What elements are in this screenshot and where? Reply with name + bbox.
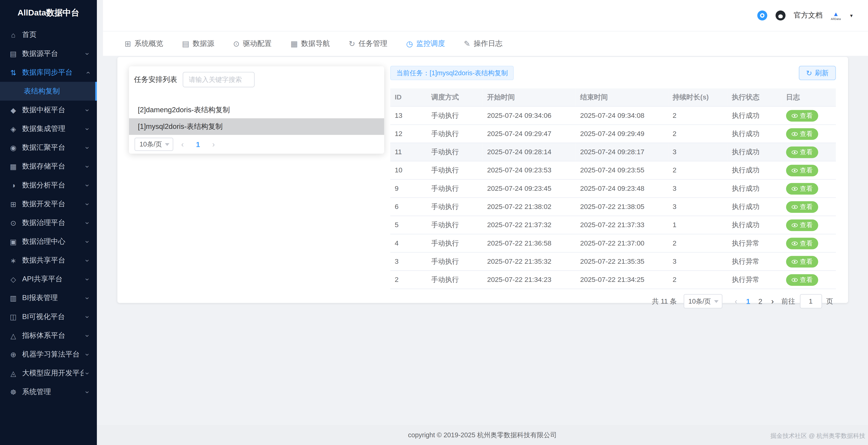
sidebar-item[interactable]: ◬ 大模型应用开发平台 (0, 364, 97, 382)
chevron-down-icon (84, 332, 91, 340)
sidebar-item-label: 数据治理平台 (22, 218, 84, 228)
task-list-item[interactable]: [1]mysql2doris-表结构复制 (129, 118, 384, 135)
table-row[interactable]: 6 手动执行 2025-07-22 21:38:02 2025-07-22 21… (390, 198, 836, 216)
cell-end-time: 2025-07-22 21:35:35 (576, 252, 668, 271)
table-row[interactable]: 12 手动执行 2025-07-24 09:29:47 2025-07-24 0… (390, 125, 836, 143)
table-row[interactable]: 5 手动执行 2025-07-22 21:37:32 2025-07-22 21… (390, 216, 836, 234)
sidebar-group: ◇ API共享平台 (0, 270, 97, 288)
tab[interactable]: ↻ 任务管理 (349, 39, 387, 48)
chevron-down-icon (84, 219, 91, 227)
table-row[interactable]: 10 手动执行 2025-07-24 09:23:53 2025-07-24 0… (390, 161, 836, 179)
sidebar-item[interactable]: △ 指标体系平台 (0, 326, 97, 345)
sidebar-item-label: 机器学习算法平台 (22, 349, 84, 359)
user-dropdown-caret-icon[interactable] (849, 13, 854, 18)
next-page-button[interactable] (767, 297, 779, 306)
sidebar-item[interactable]: ▥ BI报表管理 (0, 288, 97, 307)
page-number[interactable]: 1 (192, 140, 204, 148)
tab[interactable]: ▤ 数据源 (182, 39, 214, 48)
view-log-button[interactable]: 查看 (786, 110, 818, 121)
sidebar-item[interactable]: ▤ 数据源平台 (0, 44, 97, 63)
cell-log: 查看 (782, 161, 836, 179)
refresh-button[interactable]: 刷新 (799, 66, 836, 80)
tab[interactable]: ⊙ 驱动配置 (233, 39, 272, 48)
table-row[interactable]: 9 手动执行 2025-07-24 09:23:45 2025-07-24 09… (390, 179, 836, 198)
sidebar-item[interactable]: ◆ 数据中枢平台 (0, 101, 97, 119)
cell-duration: 1 (668, 216, 727, 234)
sidebar-group: ⊙ 数据治理平台 (0, 213, 97, 232)
view-log-button[interactable]: 查看 (786, 255, 818, 267)
view-log-button[interactable]: 查看 (786, 201, 818, 213)
tab-label: 数据源 (193, 39, 214, 48)
table-row[interactable]: 3 手动执行 2025-07-22 21:35:32 2025-07-22 21… (390, 252, 836, 271)
sidebar-group: ▥ BI报表管理 (0, 288, 97, 307)
table-row[interactable]: 2 手动执行 2025-07-22 21:34:23 2025-07-22 21… (390, 271, 836, 289)
official-docs-link[interactable]: 官方文档 (794, 10, 823, 20)
view-log-label: 查看 (800, 275, 813, 284)
view-log-button[interactable]: 查看 (786, 146, 818, 158)
task-list-item[interactable]: [2]dameng2doris-表结构复制 (129, 102, 384, 118)
view-log-button[interactable]: 查看 (786, 183, 818, 194)
sidebar-item[interactable]: ⊞ 数据开发平台 (0, 195, 97, 213)
sidebar-item[interactable]: ∗ 数据共享平台 (0, 251, 97, 270)
view-log-button[interactable]: 查看 (786, 274, 818, 285)
cell-end-time: 2025-07-24 09:28:17 (576, 143, 668, 161)
sidebar-item[interactable]: ⇅ 数据库同步平台 (0, 63, 97, 82)
refresh-button-label: 刷新 (815, 68, 829, 78)
prev-page-button[interactable] (730, 297, 742, 306)
sidebar-item[interactable]: ◉ 数据汇聚平台 (0, 138, 97, 157)
tab[interactable]: ▦ 数据导航 (290, 39, 330, 48)
cell-start-time: 2025-07-22 21:38:02 (483, 198, 576, 216)
table-row[interactable]: 13 手动执行 2025-07-24 09:34:06 2025-07-24 0… (390, 106, 836, 125)
table-row[interactable]: 11 手动执行 2025-07-24 09:28:14 2025-07-24 0… (390, 143, 836, 161)
sidebar-item-label: 大模型应用开发平台 (22, 368, 84, 378)
sidebar-item[interactable]: ◑ 数据分析平台 (0, 176, 97, 195)
next-page-button[interactable] (208, 140, 220, 149)
sidebar-item[interactable]: ⊙ 数据治理平台 (0, 213, 97, 232)
table-column-header: ID (390, 89, 427, 106)
page-size-select[interactable]: 10条/页 (683, 294, 722, 308)
tab[interactable]: ◷ 监控调度 (406, 39, 445, 48)
sidebar-group: ◬ 大模型应用开发平台 (0, 364, 97, 382)
task-search-input[interactable] (183, 72, 255, 87)
main-card: 任务安排列表 [2]dameng2doris-表结构复制 [1]mysql2do… (117, 57, 848, 303)
sidebar-item[interactable]: ◈ 数据集成管理 (0, 119, 97, 138)
sidebar-menu: ⌂ 首页 ▤ 数据源平台 (0, 25, 97, 401)
chevron-down-icon (84, 294, 91, 302)
eye-icon (792, 168, 798, 172)
sidebar-item[interactable]: ⊕ 机器学习算法平台 (0, 345, 97, 364)
page-size-select[interactable]: 10条/页 (134, 138, 173, 151)
tab[interactable]: ✎ 操作日志 (464, 39, 502, 48)
tab-label: 数据导航 (301, 39, 330, 48)
page-number[interactable]: 1 (742, 297, 754, 306)
view-log-label: 查看 (800, 166, 813, 174)
sidebar-item[interactable]: ◫ BI可视化平台 (0, 307, 97, 326)
sidebar-subitem-label: 表结构复制 (24, 87, 60, 95)
cell-id: 10 (390, 161, 427, 179)
table-row[interactable]: 4 手动执行 2025-07-22 21:36:58 2025-07-22 21… (390, 234, 836, 252)
view-log-button[interactable]: 查看 (786, 165, 818, 176)
alldata-logo[interactable]: AllData (831, 11, 841, 20)
github-icon[interactable] (775, 10, 785, 20)
cell-status: 执行成功 (727, 216, 782, 234)
goto-page-input[interactable] (800, 294, 822, 308)
sidebar-item[interactable]: ◇ API共享平台 (0, 270, 97, 288)
cell-status: 执行成功 (727, 125, 782, 143)
cell-status: 执行异常 (727, 271, 782, 289)
community-logo-icon[interactable] (757, 10, 767, 20)
view-log-button[interactable]: 查看 (786, 219, 818, 231)
cell-log: 查看 (782, 143, 836, 161)
cell-id: 4 (390, 234, 427, 252)
sidebar-item[interactable]: ▦ 数据存储平台 (0, 157, 97, 176)
sidebar-item[interactable]: ▣ 数据治理中心 (0, 232, 97, 251)
view-log-button[interactable]: 查看 (786, 237, 818, 249)
cell-start-time: 2025-07-24 09:29:47 (483, 125, 576, 143)
sidebar-item[interactable]: ☸ 系统管理 (0, 382, 97, 401)
sidebar-subitem[interactable]: 表结构复制 (0, 82, 97, 101)
tab[interactable]: ⊞ 系统概览 (125, 39, 163, 48)
operation-log-icon: ✎ (464, 39, 470, 48)
sidebar-group: ∗ 数据共享平台 (0, 251, 97, 270)
sidebar-item[interactable]: ⌂ 首页 (0, 25, 97, 44)
prev-page-button[interactable] (177, 140, 189, 149)
page-number[interactable]: 2 (754, 297, 767, 306)
view-log-button[interactable]: 查看 (786, 128, 818, 139)
